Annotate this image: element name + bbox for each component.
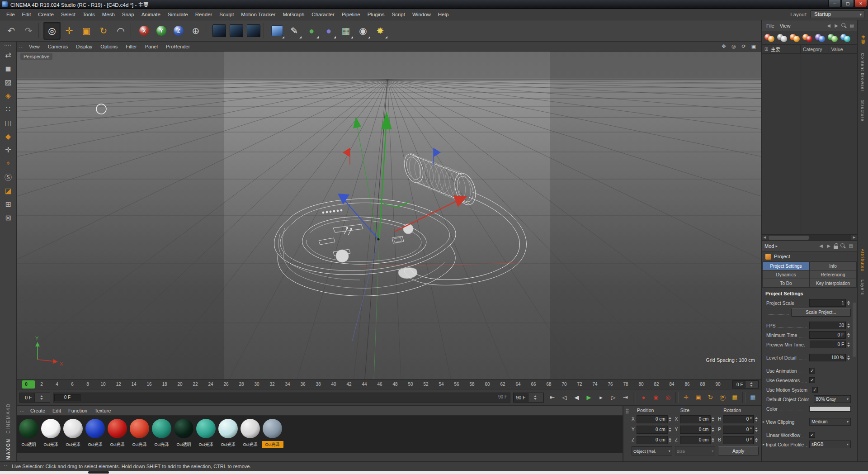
color-swatch[interactable] [809,406,851,412]
timeline-ruler[interactable]: 0 F 024681012141618202224262830323436384… [17,379,761,389]
ruler-tick-24[interactable]: 24 [208,382,213,387]
ruler-tick-4[interactable]: 4 [56,382,58,387]
ruler-tick-66[interactable]: 66 [531,382,536,387]
menubar-item-create[interactable]: Create [34,10,57,19]
current-frame-marker[interactable] [22,380,35,389]
material-item[interactable]: Oct透明 [173,417,195,453]
ruler-tick-64[interactable]: 64 [515,382,520,387]
timeline-power-slider[interactable]: 0 F 90 F [53,393,510,403]
ruler-tick-80[interactable]: 80 [638,382,643,387]
material-item[interactable]: Oct光泽 [40,417,62,453]
goto-next-frame-button[interactable]: ▸ [595,392,607,403]
viewport-3d-scene[interactable]: Y X [17,52,761,379]
model-mode-button[interactable]: ◼ [1,62,15,75]
stepper-control[interactable] [34,393,50,402]
coord-input[interactable]: 0 cm [637,415,667,423]
strip-tab-layers[interactable]: Layers [859,277,866,298]
ruler-tick-70[interactable]: 70 [561,382,566,387]
add-light-button[interactable]: ✸ [372,22,389,40]
panel-grip[interactable] [19,45,23,48]
viewport-menu-panel[interactable]: Panel [141,43,162,50]
tab-referencing[interactable]: Referencing [810,270,856,279]
ruler-tick-16[interactable]: 16 [146,382,151,387]
zoom-view-icon[interactable]: ◎ [730,43,738,50]
menubar-item-snap[interactable]: Snap [118,10,138,19]
coord-input[interactable]: 0 ° [723,436,754,444]
render-settings-button[interactable] [245,22,262,40]
texture-mode-button[interactable]: ▨ [1,75,15,89]
number-input[interactable]: 0 F [810,341,846,348]
material-menu-function[interactable]: Function [65,407,91,415]
ruler-tick-48[interactable]: 48 [392,382,397,387]
panel-grip[interactable] [4,465,8,468]
stepper-control[interactable] [528,393,544,402]
strip-tab-主要[interactable]: 主要 [859,33,867,47]
ruler-tick-84[interactable]: 84 [669,382,674,387]
menubar-item-pipeline[interactable]: Pipeline [338,10,364,19]
search-icon[interactable] [841,23,847,28]
menubar-item-character[interactable]: Character [308,10,338,19]
z-axis-arrow[interactable] [338,194,349,204]
tab-to-do[interactable]: To Do [763,279,809,287]
stepper-control[interactable] [667,415,672,423]
ruler-tick-42[interactable]: 42 [346,382,351,387]
coordinate-system-button[interactable]: ⊕ [187,22,204,40]
ruler-tick-44[interactable]: 44 [362,382,367,387]
taskbar-item[interactable] [88,471,109,474]
scrollbar-thumb[interactable] [769,236,809,240]
goto-prev-frame-button[interactable]: ◀ [571,392,582,403]
material-item[interactable]: Oct光泽 [239,417,261,453]
ruler-tick-82[interactable]: 82 [654,382,659,387]
coord-input[interactable]: 0 cm [637,426,667,434]
lock-y-axis-button[interactable]: Y [153,22,170,40]
ruler-tick-54[interactable]: 54 [439,382,443,387]
mode-menu[interactable]: Mod [764,243,774,249]
view-label[interactable]: Perspective [20,53,52,60]
ruler-tick-46[interactable]: 46 [377,382,382,387]
material-item[interactable]: Oct光泽 [195,417,217,453]
material-item[interactable]: Oct光泽 [106,417,128,453]
octane-spheres-red-icon[interactable] [802,33,813,43]
stepper-control[interactable] [667,426,672,434]
ruler-tick-90[interactable]: 90 [715,382,720,387]
viewport-menu-view[interactable]: View [25,43,44,50]
nav-back-icon[interactable]: ◀ [826,23,831,28]
ruler-tick-50[interactable]: 50 [408,382,413,387]
panel-grip[interactable] [4,43,12,46]
add-environment-button[interactable]: ▦ [337,22,354,40]
coord-input[interactable]: 0 cm [680,436,711,444]
windows-taskbar[interactable] [0,471,868,474]
add-spline-button[interactable]: ✎ [286,22,303,40]
plane-handle-blue[interactable] [434,148,441,157]
ruler-tick-12[interactable]: 12 [116,382,121,387]
keyframe-selection-button[interactable]: ▦ [747,392,759,403]
stepper-control[interactable] [710,436,715,444]
render-picture-viewer-button[interactable] [228,22,245,40]
search-icon[interactable] [840,243,846,249]
octane-spheres-purple-icon[interactable] [815,33,826,43]
coord-input[interactable]: 0 cm [637,436,667,444]
ruler-tick-72[interactable]: 72 [577,382,582,387]
ruler-tick-26[interactable]: 26 [223,382,228,387]
scroll-left-icon[interactable]: ◀ [762,235,768,240]
scroll-right-icon[interactable]: ▶ [851,235,857,240]
ruler-tick-14[interactable]: 14 [131,382,136,387]
stepper-control[interactable] [754,415,759,423]
ruler-tick-2[interactable]: 2 [40,382,43,387]
ruler-tick-76[interactable]: 76 [608,382,613,387]
stepper-control[interactable] [710,426,715,434]
layout-dropdown[interactable]: Startup ▾ [810,10,864,18]
ruler-tick-58[interactable]: 58 [469,382,474,387]
stepper-control[interactable] [754,436,759,444]
material-item[interactable]: Oct光泽 [217,417,239,453]
minimize-button[interactable]: – [828,0,841,7]
stepper-control[interactable] [846,322,851,329]
panel-grip[interactable] [626,408,629,414]
strip-tab-content-browser[interactable]: Content Browser [859,51,866,94]
ruler-tick-36[interactable]: 36 [300,382,305,387]
points-mode-button[interactable]: ∷ [1,102,15,116]
octane-logo-icon[interactable] [789,33,800,43]
strip-tab-attributes[interactable]: Attributes [859,246,866,274]
toggle-view-icon[interactable]: ▣ [750,43,758,50]
tree-root-item[interactable]: ⊞ 主要 [762,45,801,53]
